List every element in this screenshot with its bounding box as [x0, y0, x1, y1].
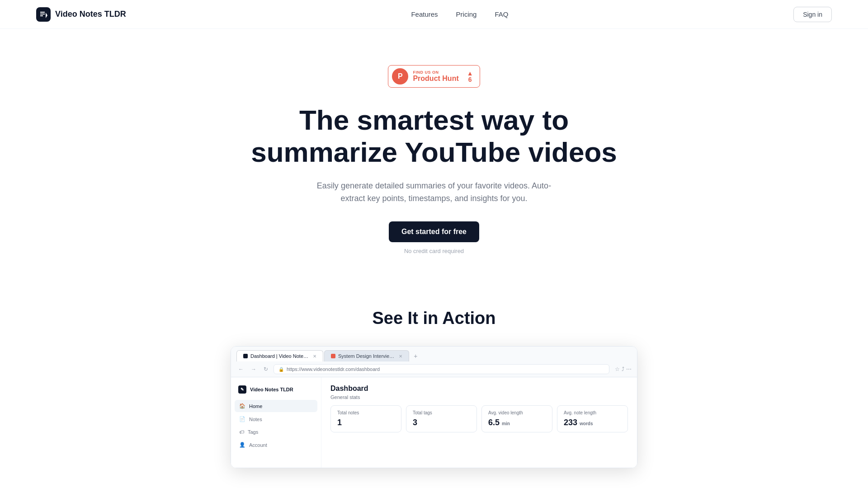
sidebar-label-home: Home — [249, 404, 262, 409]
sidebar-logo: ✎ Video Notes TLDR — [235, 383, 317, 396]
tab-add-button[interactable]: + — [410, 351, 421, 361]
stat-card-notes: Total notes 1 — [330, 405, 401, 432]
account-icon: 👤 — [239, 442, 245, 448]
lock-icon: 🔒 — [278, 367, 284, 372]
tab-label-system: System Design Intervie… — [338, 353, 394, 359]
ph-logo: P — [392, 68, 408, 84]
bookmark-icon[interactable]: ☆ — [615, 366, 620, 372]
stat-card-note-length: Avg. note length 233 words — [557, 405, 628, 432]
sign-in-button[interactable]: Sign in — [793, 7, 832, 22]
navbar: Video Notes TLDR Features Pricing FAQ Si… — [0, 0, 868, 29]
browser-tab-system[interactable]: System Design Intervie… ✕ — [324, 350, 409, 361]
stat-value-tags: 3 — [413, 418, 470, 427]
tags-icon: 🏷 — [239, 429, 244, 435]
sidebar-item-tags[interactable]: 🏷 Tags — [235, 426, 317, 438]
dashboard-title: Dashboard — [330, 385, 628, 393]
tab-label-dashboard: Dashboard | Video Note… — [250, 353, 308, 359]
ph-upvote: ▲ 6 — [467, 70, 473, 83]
ph-text: FIND US ON Product Hunt — [413, 70, 458, 83]
back-button[interactable]: ← — [236, 365, 245, 373]
ph-find-label: FIND US ON — [413, 70, 439, 75]
stat-value-note-length: 233 words — [564, 418, 621, 427]
notes-icon: 📄 — [239, 416, 245, 422]
nav-link-features[interactable]: Features — [411, 10, 438, 18]
nav-logo[interactable]: Video Notes TLDR — [36, 7, 126, 22]
reload-button[interactable]: ↻ — [262, 365, 270, 373]
hero-subtitle: Easily generate detailed summaries of yo… — [307, 179, 561, 206]
browser-mockup: Dashboard | Video Note… ✕ System Design … — [231, 346, 637, 468]
more-icon[interactable]: ⋯ — [626, 366, 632, 372]
stat-unit-note: words — [580, 421, 593, 426]
stat-card-video-length: Avg. video length 6.5 min — [481, 405, 552, 432]
no-credit-card-label: No credit card required — [404, 248, 464, 254]
nav-links: Features Pricing FAQ — [411, 10, 508, 18]
browser-controls: ← → ↻ 🔒 https://www.videonotestldr.com/d… — [231, 361, 637, 377]
browser-chrome: Dashboard | Video Note… ✕ System Design … — [231, 347, 637, 377]
sidebar-label-tags: Tags — [248, 429, 258, 435]
hero-title: The smartest way to summarize YouTube vi… — [231, 104, 637, 169]
app-sidebar: ✎ Video Notes TLDR 🏠 Home 📄 Notes 🏷 Tags — [231, 377, 321, 468]
stat-value-video-length: 6.5 min — [488, 418, 546, 427]
logo-icon — [36, 7, 51, 22]
browser-right-controls: ☆ ⤴ ⋯ — [615, 366, 632, 372]
browser-tab-dashboard[interactable]: Dashboard | Video Note… ✕ — [236, 350, 323, 361]
sidebar-item-notes[interactable]: 📄 Notes — [235, 413, 317, 425]
tab-close-dashboard[interactable]: ✕ — [313, 354, 316, 359]
tab-close-system[interactable]: ✕ — [399, 354, 402, 359]
sidebar-item-home[interactable]: 🏠 Home — [235, 400, 317, 412]
dashboard-subtitle: General stats — [330, 394, 628, 400]
nav-link-faq[interactable]: FAQ — [495, 10, 508, 18]
sidebar-item-account[interactable]: 👤 Account — [235, 439, 317, 451]
sidebar-label-account: Account — [249, 442, 267, 448]
nav-link-pricing[interactable]: Pricing — [456, 10, 477, 18]
stat-label-tags: Total tags — [413, 410, 470, 415]
sidebar-logo-icon: ✎ — [238, 385, 246, 394]
tab-favicon-system — [331, 354, 335, 358]
ph-arrow-icon: ▲ — [467, 70, 473, 76]
forward-button[interactable]: → — [249, 365, 258, 373]
stats-grid: Total notes 1 Total tags 3 Avg. video le… — [330, 405, 628, 432]
action-section: See It in Action Dashboard | Video Note…… — [0, 282, 868, 468]
home-icon: 🏠 — [239, 403, 245, 409]
product-hunt-badge[interactable]: P FIND US ON Product Hunt ▲ 6 — [388, 65, 480, 88]
ph-count: 6 — [468, 76, 472, 83]
app-main: Dashboard General stats Total notes 1 To… — [321, 377, 637, 468]
url-text: https://www.videonotestldr.com/dashboard — [287, 366, 380, 372]
section-title: See It in Action — [372, 309, 495, 328]
stat-label-note-length: Avg. note length — [564, 410, 621, 415]
sidebar-label-notes: Notes — [249, 417, 262, 422]
share-icon[interactable]: ⤴ — [622, 366, 624, 372]
sidebar-logo-text: Video Notes TLDR — [250, 387, 293, 392]
url-bar[interactable]: 🔒 https://www.videonotestldr.com/dashboa… — [274, 364, 609, 374]
hero-section: P FIND US ON Product Hunt ▲ 6 The smarte… — [0, 29, 868, 282]
tab-favicon-dashboard — [243, 354, 248, 358]
stat-label-video-length: Avg. video length — [488, 410, 546, 415]
stat-unit-video: min — [502, 421, 510, 426]
cta-button[interactable]: Get started for free — [389, 221, 479, 242]
browser-tabs: Dashboard | Video Note… ✕ System Design … — [231, 347, 637, 361]
app-content: ✎ Video Notes TLDR 🏠 Home 📄 Notes 🏷 Tags — [231, 377, 637, 468]
stat-label-notes: Total notes — [337, 410, 395, 415]
stat-value-notes: 1 — [337, 418, 395, 427]
logo-text: Video Notes TLDR — [55, 9, 126, 19]
stat-card-tags: Total tags 3 — [406, 405, 477, 432]
ph-name: Product Hunt — [413, 75, 458, 83]
